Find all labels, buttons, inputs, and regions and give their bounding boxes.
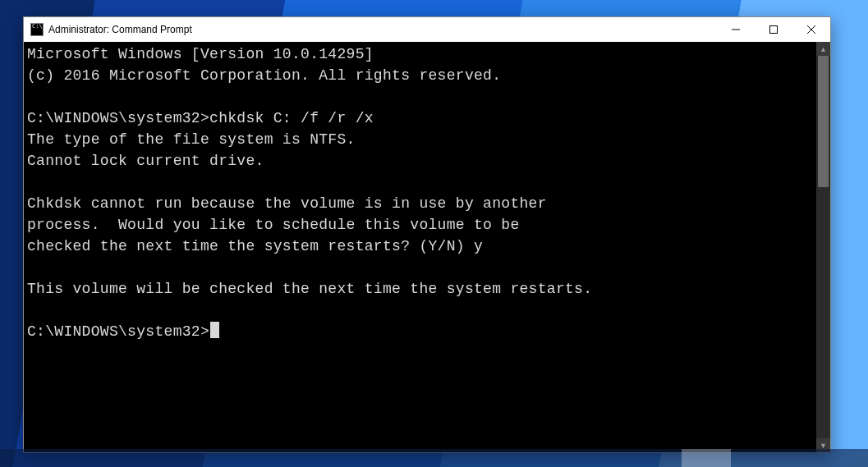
- window-title: Administrator: Command Prompt: [48, 24, 192, 35]
- taskbar-highlight: [682, 449, 731, 467]
- terminal-line: process. Would you like to schedule this…: [27, 214, 813, 236]
- command-prompt-window: Administrator: Command Prompt Microsoft …: [23, 16, 831, 453]
- titlebar[interactable]: Administrator: Command Prompt: [24, 17, 830, 42]
- minimize-button[interactable]: [717, 17, 755, 42]
- terminal-line: [27, 172, 813, 193]
- terminal-line: Microsoft Windows [Version 10.0.14295]: [27, 43, 813, 65]
- client-area: Microsoft Windows [Version 10.0.14295](c…: [24, 42, 830, 452]
- terminal-line: [27, 257, 813, 278]
- cmd-icon: [30, 23, 44, 36]
- close-icon: [807, 25, 815, 34]
- taskbar[interactable]: [0, 449, 868, 467]
- vertical-scrollbar[interactable]: ▲ ▼: [816, 42, 830, 452]
- window-controls: [717, 17, 830, 42]
- close-button[interactable]: [792, 17, 830, 42]
- terminal-line: This volume will be checked the next tim…: [27, 278, 813, 300]
- terminal-line: [27, 300, 813, 321]
- terminal-cursor: [210, 322, 219, 338]
- terminal-line: Chkdsk cannot run because the volume is …: [27, 193, 813, 214]
- desktop-background: Administrator: Command Prompt Microsoft …: [0, 0, 868, 467]
- scroll-up-button[interactable]: ▲: [816, 42, 830, 56]
- terminal-line: checked the next time the system restart…: [27, 236, 813, 257]
- terminal-line: Cannot lock current drive.: [27, 150, 813, 172]
- terminal-prompt: C:\WINDOWS\system32>: [27, 323, 209, 340]
- terminal-line: The type of the file system is NTFS.: [27, 129, 813, 150]
- maximize-button[interactable]: [755, 17, 792, 42]
- terminal-line: [27, 86, 813, 108]
- scroll-thumb[interactable]: [818, 56, 829, 187]
- svg-rect-0: [770, 26, 778, 34]
- terminal-line: (c) 2016 Microsoft Corporation. All righ…: [27, 65, 813, 86]
- terminal-output[interactable]: Microsoft Windows [Version 10.0.14295](c…: [24, 42, 816, 452]
- terminal-prompt-line: C:\WINDOWS\system32>: [27, 321, 813, 342]
- terminal-line: C:\WINDOWS\system32>chkdsk C: /f /r /x: [27, 108, 813, 129]
- maximize-icon: [769, 25, 778, 34]
- minimize-icon: [732, 25, 740, 34]
